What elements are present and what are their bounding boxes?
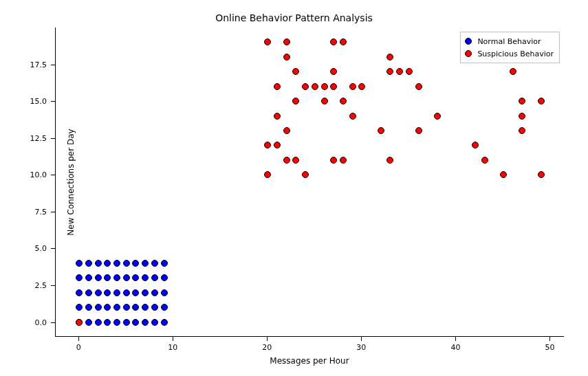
data-point xyxy=(151,289,158,296)
data-point xyxy=(500,171,507,178)
data-point xyxy=(85,319,92,326)
x-tick-label: 30 xyxy=(356,343,366,352)
data-point xyxy=(76,289,83,296)
data-point xyxy=(104,274,111,281)
data-point xyxy=(274,83,281,90)
x-tick-label: 0 xyxy=(76,343,81,352)
y-tick-label: 2.5 xyxy=(35,281,47,290)
data-point xyxy=(151,304,158,311)
y-tick-label: 10.0 xyxy=(30,170,47,179)
data-point xyxy=(132,274,139,281)
data-point xyxy=(151,260,158,267)
x-axis-label: Messages per Hour xyxy=(55,356,564,366)
data-point xyxy=(283,127,290,134)
data-point xyxy=(312,83,318,90)
data-point xyxy=(283,157,290,164)
data-point xyxy=(113,260,120,267)
data-point xyxy=(161,304,168,311)
x-tick xyxy=(455,337,456,341)
data-point xyxy=(481,157,488,164)
y-tick xyxy=(51,212,55,212)
data-point xyxy=(340,98,347,104)
data-point xyxy=(349,113,356,120)
data-point xyxy=(85,289,92,296)
data-point xyxy=(519,98,525,104)
data-point xyxy=(358,83,365,90)
legend-marker-suspicious xyxy=(465,50,472,57)
data-point xyxy=(104,319,111,326)
data-point xyxy=(302,171,309,178)
data-point xyxy=(340,38,347,45)
y-tick xyxy=(51,248,55,249)
data-point xyxy=(264,171,271,178)
data-point xyxy=(95,260,102,267)
data-point xyxy=(76,274,83,281)
data-point xyxy=(472,142,479,148)
data-point xyxy=(76,304,83,311)
legend: Normal Behavior Suspicious Behavior xyxy=(460,32,560,63)
data-point xyxy=(76,319,83,326)
data-point xyxy=(132,260,139,267)
data-point xyxy=(142,260,149,267)
x-tick-label: 20 xyxy=(262,343,272,352)
data-point xyxy=(519,127,525,134)
y-axis-label: New Connections per Day xyxy=(66,129,76,235)
data-point xyxy=(292,157,299,164)
data-point xyxy=(95,304,102,311)
data-point xyxy=(104,304,111,311)
data-point xyxy=(161,319,168,326)
data-point xyxy=(396,68,403,75)
data-point xyxy=(161,289,168,296)
y-tick-label: 5.0 xyxy=(35,244,47,253)
y-tick xyxy=(51,101,55,102)
data-point xyxy=(104,289,111,296)
data-point xyxy=(538,98,545,104)
y-tick-label: 15.0 xyxy=(30,97,47,106)
data-point xyxy=(378,127,384,134)
data-point xyxy=(283,38,290,45)
data-point xyxy=(95,274,102,281)
y-tick xyxy=(51,322,55,323)
y-tick xyxy=(51,285,55,286)
data-point xyxy=(538,171,545,178)
y-tick xyxy=(51,65,55,65)
data-point xyxy=(85,304,92,311)
data-point xyxy=(406,68,413,75)
data-point xyxy=(321,83,328,90)
data-point xyxy=(113,304,120,311)
data-point xyxy=(302,83,309,90)
data-point xyxy=(161,260,168,267)
y-tick-label: 7.5 xyxy=(35,207,47,216)
x-tick xyxy=(267,337,268,341)
data-point xyxy=(95,289,102,296)
data-point xyxy=(151,274,158,281)
chart-figure: Online Behavior Pattern Analysis Message… xyxy=(0,0,588,376)
data-point xyxy=(340,157,347,164)
y-tick-label: 17.5 xyxy=(30,60,47,69)
x-tick xyxy=(549,337,550,341)
y-tick xyxy=(51,175,55,175)
y-tick xyxy=(51,138,55,139)
data-point xyxy=(330,83,337,90)
data-point xyxy=(415,127,422,134)
data-point xyxy=(113,289,120,296)
legend-entry-suspicious: Suspicious Behavior xyxy=(465,47,554,60)
data-point xyxy=(85,260,92,267)
y-tick-label: 12.5 xyxy=(30,133,47,142)
data-point xyxy=(151,319,158,326)
data-point xyxy=(132,304,139,311)
data-point xyxy=(434,113,441,120)
data-point xyxy=(104,260,111,267)
data-point xyxy=(142,304,149,311)
data-point xyxy=(330,157,337,164)
data-point xyxy=(95,319,102,326)
data-point xyxy=(76,260,83,267)
x-tick xyxy=(173,337,173,341)
data-point xyxy=(123,289,130,296)
data-point xyxy=(274,113,281,120)
x-tick-label: 40 xyxy=(450,343,460,352)
data-point xyxy=(123,260,130,267)
data-point xyxy=(132,289,139,296)
data-point xyxy=(264,142,271,148)
data-point xyxy=(321,98,328,104)
